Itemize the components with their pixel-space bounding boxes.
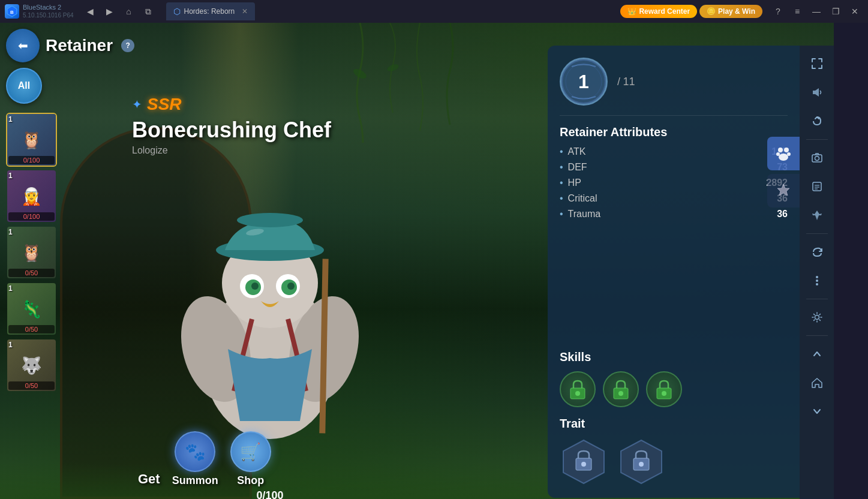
skill-lock-icon-1 — [566, 377, 590, 401]
forward-nav-button[interactable]: ▶ — [101, 3, 118, 20]
atk-label: ATK — [568, 146, 772, 157]
svg-point-35 — [778, 148, 783, 152]
scroll-down-icon — [810, 405, 824, 418]
shop-label: Shop — [237, 474, 264, 487]
attributes-title: Retainer Attributes — [560, 125, 788, 139]
skills-row — [560, 371, 788, 407]
reward-crown-icon: 👑 — [627, 7, 636, 16]
home-sidebar-icon-button[interactable] — [804, 369, 830, 396]
def-label: DEF — [568, 162, 777, 173]
scroll-up-icon — [810, 347, 824, 360]
svg-text:0/100: 0/100 — [256, 489, 283, 499]
tab-icon: ⬡ — [173, 7, 181, 16]
app-title-text: BlueStacks 2 5.10.150.1016 P64 — [23, 4, 74, 19]
svg-point-49 — [816, 283, 818, 285]
flight-mode-icon-button[interactable] — [804, 202, 830, 229]
svg-point-21 — [562, 60, 605, 103]
help-button[interactable]: ? — [770, 3, 786, 20]
refresh-icon-button[interactable] — [804, 239, 830, 265]
files-icon — [810, 180, 824, 193]
def-bullet: • — [560, 162, 563, 173]
tab-star-button[interactable] — [767, 174, 800, 208]
char-level-3: 1 — [8, 228, 13, 236]
bottom-action-buttons: Get 🐾 Summon 🛒 Shop — [138, 431, 271, 487]
logo-area: B BlueStacks 2 5.10.150.1016 P64 — [0, 4, 79, 19]
skill-slot-3[interactable] — [646, 371, 682, 407]
svg-point-42 — [815, 157, 819, 161]
screenshot-icon-button[interactable] — [804, 145, 830, 171]
scroll-down-icon-button[interactable] — [804, 398, 830, 425]
level-indicator: 1 / 11 — [560, 58, 788, 116]
attr-row-def: • DEF 73 — [560, 162, 788, 173]
tab-nav-button[interactable]: ⧉ — [140, 3, 157, 20]
tab-paw-button[interactable] — [767, 137, 800, 170]
svg-point-9 — [237, 213, 303, 227]
get-button[interactable]: Get — [138, 471, 160, 487]
char-list-item-5[interactable]: 🐺 1 0/50 — [6, 338, 57, 392]
tab-close-icon[interactable]: ✕ — [242, 7, 248, 16]
trait-hex-2-svg — [617, 438, 665, 486]
svg-point-48 — [816, 279, 818, 282]
trauma-value: 36 — [777, 209, 788, 220]
refresh-icon — [810, 245, 824, 258]
char-progress-3: 0/50 — [8, 269, 55, 277]
trait-slot-2[interactable] — [617, 438, 665, 486]
screenshot-icon — [810, 151, 824, 164]
back-button[interactable]: ⬅ — [6, 29, 40, 62]
settings-icon-button[interactable] — [804, 304, 830, 330]
nav-buttons: ◀ ▶ ⌂ ⧉ — [79, 3, 160, 20]
char-progress-2: 0/100 — [8, 212, 55, 221]
svg-point-36 — [784, 148, 789, 152]
char-list-item-2[interactable]: 🧝 1 0/100 — [6, 169, 57, 223]
trait-row — [560, 438, 788, 486]
skill-slot-2[interactable] — [603, 371, 639, 407]
skill-lock-icon-3 — [652, 377, 676, 401]
fullscreen-icon — [810, 57, 824, 70]
sidebar-divider-4 — [806, 335, 828, 336]
fullscreen-icon-button[interactable] — [804, 50, 830, 77]
svg-marker-40 — [777, 184, 789, 196]
char-level-5: 1 — [8, 341, 13, 349]
all-filter-button[interactable]: All — [6, 68, 42, 104]
trait-slot-1[interactable] — [560, 438, 608, 486]
atk-bullet: • — [560, 146, 563, 157]
home-nav-button[interactable]: ⌂ — [121, 3, 137, 20]
level-ornament-svg — [560, 58, 608, 106]
svg-point-26 — [618, 391, 623, 396]
scroll-up-icon-button[interactable] — [804, 341, 830, 367]
restore-button[interactable]: ❐ — [827, 3, 844, 20]
attributes-section: Retainer Attributes • ATK 145 • DEF 73 •… — [560, 125, 788, 341]
char-list-item-3[interactable]: 🦉 1 0/50 — [6, 226, 57, 279]
char-progress-1: 0/100 — [8, 156, 55, 164]
minimize-button[interactable]: — — [808, 3, 825, 20]
star-icon — [775, 182, 792, 199]
close-button[interactable]: ✕ — [846, 3, 863, 20]
svg-point-24 — [575, 391, 580, 396]
shop-button[interactable]: 🛒 Shop — [230, 431, 271, 487]
titlebar-right-controls: 👑 Reward Center 🪙 Play & Win ? ≡ — ❐ ✕ — [615, 3, 868, 20]
summon-button[interactable]: 🐾 Summon — [172, 431, 218, 487]
character-list: 🦉 1 0/100 🧝 1 0/100 🦉 1 0/50 🦎 1 0/50 🐺 … — [6, 113, 57, 392]
back-icon: ⬅ — [18, 38, 28, 53]
play-win-button[interactable]: 🪙 Play & Win — [699, 5, 762, 18]
game-tab[interactable]: ⬡ Hordes: Reborn ✕ — [166, 2, 256, 20]
files-icon-button[interactable] — [804, 173, 830, 200]
reward-center-button[interactable]: 👑 Reward Center — [620, 5, 697, 18]
more-icon-button[interactable] — [804, 267, 830, 294]
attr-row-atk: • ATK 145 — [560, 146, 788, 157]
char-list-item-1[interactable]: 🦉 1 0/100 — [6, 113, 57, 167]
back-nav-button[interactable]: ◀ — [82, 3, 99, 20]
skills-title: Skills — [560, 350, 788, 364]
shop-icon: 🛒 — [230, 431, 271, 472]
rotate-icon-button[interactable] — [804, 108, 830, 134]
svg-point-15 — [287, 282, 295, 290]
sound-icon-button[interactable] — [804, 79, 830, 106]
svg-point-28 — [662, 391, 666, 396]
skill-slot-1[interactable] — [560, 371, 596, 407]
svg-point-34 — [639, 462, 644, 467]
menu-button[interactable]: ≡ — [789, 3, 806, 20]
rotate-icon — [810, 115, 824, 128]
char-list-item-4[interactable]: 🦎 1 0/50 — [6, 282, 57, 336]
sidebar-divider-2 — [806, 233, 828, 234]
all-label: All — [18, 80, 30, 91]
